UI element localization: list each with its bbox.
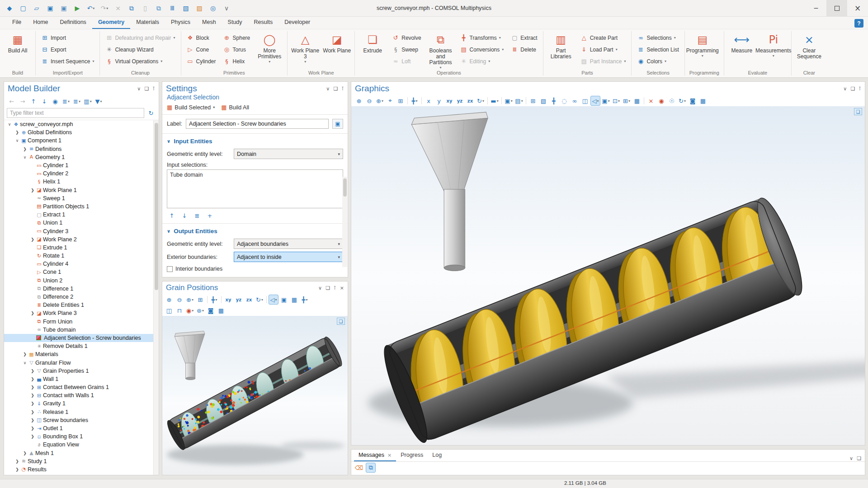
tree-expander-icon[interactable]: ∨ <box>14 138 20 143</box>
filter-icon[interactable]: ▼▾ <box>94 96 104 106</box>
minimize-button[interactable]: ─ <box>806 0 826 17</box>
tree-expander-icon[interactable]: ❯ <box>30 377 35 381</box>
tree-expander-icon[interactable]: ❯ <box>30 385 35 389</box>
color-icon[interactable]: ◉▾ <box>185 305 195 315</box>
tab-messages[interactable]: Messages× <box>354 450 396 461</box>
tree-expander-icon[interactable]: ❯ <box>30 418 35 422</box>
tree-expander-icon[interactable]: ❯ <box>22 352 28 357</box>
orient-icon[interactable]: ╋▾ <box>300 295 310 305</box>
extrude-button[interactable]: ❏Extrude <box>358 31 387 68</box>
tree-item-extract-1[interactable]: ▢Extract 1 <box>4 211 159 219</box>
cut-icon[interactable]: ⨯ <box>112 3 124 14</box>
tree-expander-icon[interactable]: ❯ <box>22 147 28 151</box>
float-panel-icon[interactable]: ❏ <box>857 455 861 461</box>
tree-expander-icon[interactable]: ∨ <box>22 361 28 365</box>
plot-settings-float-button[interactable]: ❏ <box>854 108 862 115</box>
zoom-out-icon[interactable]: ⊖ <box>175 295 184 305</box>
highlight-selections-icon[interactable]: ◉ <box>656 96 666 106</box>
model-tree-node-text-icon[interactable]: ▥▾ <box>83 96 93 106</box>
panel-menu-icon[interactable]: ∨ <box>137 86 141 92</box>
selection-list-button[interactable]: ▣ <box>332 119 343 129</box>
colors-button[interactable]: ◉Colors▾ <box>634 56 681 67</box>
deselect-box-icon[interactable]: ▨ <box>193 3 205 14</box>
update-icon[interactable]: ⊛▾ <box>195 305 205 315</box>
part-libraries-button[interactable]: ▥Part Libraries <box>546 31 576 68</box>
panel-menu-icon[interactable]: ∨ <box>843 86 847 92</box>
delete-button[interactable]: ⅢDelete <box>508 44 540 55</box>
view-yz-icon[interactable]: yz <box>234 295 244 305</box>
virtual-operations-button[interactable]: §Virtual Operations▾ <box>103 56 178 67</box>
ribbon-tab-geometry[interactable]: Geometry <box>92 17 130 29</box>
open-messages-window-icon[interactable]: ⧉ <box>366 463 376 473</box>
move-up-icon[interactable]: ↑ <box>28 96 38 106</box>
tree-item-global-definitions[interactable]: ❯⊕Global Definitions <box>4 128 159 136</box>
tree-filter-input[interactable] <box>7 108 144 118</box>
duplicate-icon[interactable]: ⧉ <box>153 3 165 14</box>
sweep-button[interactable]: §Sweep <box>389 44 424 55</box>
measurements-button[interactable]: PiMeasurements ▾ <box>759 31 788 68</box>
copy-icon[interactable]: ⧉ <box>126 3 137 14</box>
tree-item-rotate-1[interactable]: ↻Rotate 1 <box>4 252 159 260</box>
helix-button[interactable]: §Helix <box>221 56 253 67</box>
select-add-icon[interactable]: ⊞ <box>528 96 538 106</box>
settings-scrollbar[interactable] <box>342 177 347 267</box>
zoom-in-icon[interactable]: ⊕ <box>354 96 364 106</box>
tree-item-cylinder-2[interactable]: ▭Cylinder 2 <box>4 169 159 178</box>
open-icon[interactable]: ▱ <box>31 3 42 14</box>
tree-item-sweep-1[interactable]: ≈Sweep 1 <box>4 194 159 202</box>
pin-panel-icon[interactable]: ⊺ <box>341 86 344 92</box>
output-entities-section-header[interactable]: ∨ Output Entities <box>162 224 348 237</box>
cone-button[interactable]: ▷Cone <box>184 44 219 55</box>
maximize-button[interactable] <box>826 0 847 17</box>
ribbon-tab-developer[interactable]: Developer <box>278 17 316 29</box>
selection-list-button[interactable]: ≣Selection List <box>634 44 681 55</box>
regenerate-icon[interactable]: ↻▾ <box>677 96 687 106</box>
refresh-icon[interactable]: ↻ <box>146 108 156 118</box>
scene-style-icon[interactable]: ▣ <box>279 295 289 305</box>
tree-item-screw-conveyor-mph[interactable]: ∨❖screw_conveyor.mph <box>4 120 159 128</box>
go-to-default-view-icon[interactable]: ⌖ <box>385 96 395 106</box>
grid-icon[interactable]: ▦ <box>632 96 642 106</box>
undo-icon[interactable]: ↶▾ <box>85 3 97 14</box>
print-icon[interactable]: ▦ <box>216 305 226 315</box>
tab-progress[interactable]: Progress <box>396 450 428 461</box>
qat-menu-icon[interactable]: ∨ <box>221 3 232 14</box>
measure-x-icon[interactable]: x <box>424 96 434 106</box>
build-all-button[interactable]: ▦Build All <box>3 31 33 68</box>
view-yz-icon[interactable]: yz <box>455 96 465 106</box>
tree-expander-icon[interactable]: ∨ <box>7 122 12 127</box>
print-icon[interactable]: ▦ <box>698 96 708 106</box>
close-panel-icon[interactable]: × <box>340 285 344 291</box>
zoom-extents-icon[interactable]: ⊞ <box>396 96 406 106</box>
tree-item-wall-1[interactable]: ❯▄Wall 1 <box>4 375 159 383</box>
selections-button[interactable]: ∞Selections▾ <box>634 32 681 43</box>
view-options-icon[interactable]: ▣▾ <box>601 96 611 106</box>
expand-all-icon[interactable]: ≣▾ <box>61 96 71 106</box>
pin-panel-icon[interactable]: ⊺ <box>859 86 861 92</box>
programming-button[interactable]: ▤Programming ▾ <box>688 31 717 68</box>
move-up-icon[interactable]: ↑ <box>167 211 177 221</box>
snapshot-icon[interactable]: ◫ <box>164 305 174 315</box>
paste-icon[interactable]: ▯ <box>139 3 151 14</box>
cleanup-wizard-button[interactable]: ✳Cleanup Wizard <box>103 44 178 55</box>
move-down-icon[interactable]: ↓ <box>179 211 189 221</box>
tree-item-contact-between-grains-1[interactable]: ❯⊞Contact Between Grains 1 <box>4 383 159 391</box>
move-down-icon[interactable]: ↓ <box>39 96 49 106</box>
close-tab-icon[interactable]: × <box>387 452 392 458</box>
booleans-and-partitions-button[interactable]: ⧉Booleans and Partitions ▾ <box>426 31 456 68</box>
show-icon[interactable]: ◉ <box>50 96 60 106</box>
interior-boundaries-checkbox[interactable] <box>167 266 173 272</box>
transforms-button[interactable]: ╋Transforms▾ <box>458 32 507 43</box>
select-box-icon[interactable]: ▧ <box>538 96 548 106</box>
tree-expander-icon[interactable]: ❯ <box>30 237 35 242</box>
output-entity-level-select[interactable]: Adjacent boundaries▾ <box>234 239 343 249</box>
tab-log[interactable]: Log <box>428 450 446 461</box>
tree-item-results[interactable]: ❯◔Results <box>4 465 159 474</box>
float-panel-icon[interactable]: ❏ <box>850 86 855 92</box>
grain-positions-canvas[interactable]: ❏ <box>162 316 348 475</box>
tree-item-helix-1[interactable]: §Helix 1 <box>4 178 159 186</box>
tree-expander-icon[interactable]: ❯ <box>30 369 35 373</box>
sphere-button[interactable]: ⊕Sphere <box>221 32 253 43</box>
geometric-entity-level-select[interactable]: Domain▾ <box>234 149 343 159</box>
app-icon[interactable]: ◆ <box>4 3 15 14</box>
